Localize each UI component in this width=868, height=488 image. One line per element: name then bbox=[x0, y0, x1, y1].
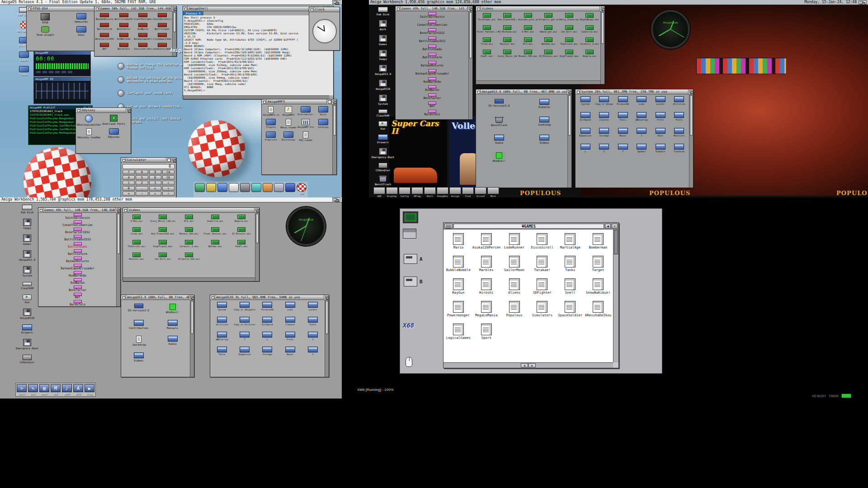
drawer-icon-item[interactable]: Fonts bbox=[211, 347, 233, 356]
game-icon[interactable]: Chocolate-Heretic-1.0.5 bbox=[134, 43, 152, 51]
video-file-icon[interactable]: Menace_320.avi bbox=[176, 227, 202, 235]
volume-icon-item[interactable]: Ram Disk bbox=[13, 205, 42, 214]
vertical-scrollbar[interactable] bbox=[332, 104, 336, 174]
drawer-icon-item[interactable]: Copy_of_Amiganium bbox=[234, 302, 255, 311]
calculator-key[interactable]: − bbox=[136, 192, 148, 196]
depth-gadget[interactable] bbox=[467, 6, 472, 11]
program-file-icon[interactable]: SnowNaKibun! bbox=[584, 278, 612, 295]
dock-item[interactable]: ▤ Unarc bbox=[39, 384, 49, 395]
volume-icon-item[interactable]: System bbox=[371, 94, 395, 105]
video-file-icon[interactable]: TheGrinch.avi bbox=[559, 38, 579, 46]
drawer-icon-item[interactable]: S bbox=[302, 332, 324, 341]
program-file-icon[interactable]: Populous bbox=[500, 301, 528, 317]
drawer-icon-item[interactable]: Update bbox=[633, 144, 651, 153]
calculator-key[interactable]: 9 bbox=[149, 170, 161, 174]
depth-gadget[interactable] bbox=[189, 295, 194, 300]
video-file-icon[interactable]: NightBengi.avi bbox=[580, 13, 600, 21]
drawer-icon-item[interactable]: C bbox=[633, 128, 651, 137]
file-icon[interactable]: BenchTrash bbox=[477, 117, 521, 127]
drawer-icon-item[interactable]: Classes bbox=[595, 112, 613, 122]
program-file-icon[interactable]: Tanks bbox=[556, 256, 584, 272]
dock-item[interactable]: Display bbox=[386, 187, 398, 197]
drawer-icon-item[interactable]: Storage bbox=[595, 128, 613, 137]
calculator-key[interactable]: ÷ bbox=[162, 192, 175, 196]
file-icon[interactable]: Junkshop bbox=[522, 117, 566, 127]
file-icon[interactable]: FAQ.readme bbox=[297, 131, 314, 142]
zoom-gadget[interactable] bbox=[326, 99, 331, 104]
dock-item[interactable]: > Shell bbox=[17, 384, 27, 395]
scroll-left-arrow[interactable]: ◀ bbox=[521, 363, 528, 367]
game-icon[interactable]: RedBaron bbox=[39, 278, 116, 286]
game-icon[interactable]: ConanTheCimmerian bbox=[134, 13, 152, 21]
close-button[interactable]: ✕ bbox=[612, 224, 618, 229]
drawer-icon-item[interactable]: Libs bbox=[279, 302, 301, 311]
game-icon[interactable]: RedBaronQe bbox=[396, 77, 468, 85]
calculator-key[interactable]: ± bbox=[149, 186, 161, 191]
file-icon[interactable]: OS-Version3.9 bbox=[477, 99, 521, 108]
game-icon[interactable]: RedBaron bbox=[396, 85, 468, 94]
drawer-icon-item[interactable]: Tools bbox=[614, 112, 632, 122]
video-file-icon[interactable]: HighTianqY.mov bbox=[150, 240, 175, 248]
program-file-icon[interactable]: SailorMoon bbox=[500, 256, 528, 272]
games-titlebar[interactable]: Games 49% full, 146.5GB free, 140.3GB in… bbox=[38, 208, 120, 213]
drawer-icon-item[interactable]: Expansion bbox=[576, 128, 594, 137]
volume-icon-item[interactable]: Games bbox=[13, 235, 42, 245]
file-icon[interactable]: Playlists bbox=[263, 131, 279, 142]
video-file-icon[interactable]: Jurassic_3.avi bbox=[580, 38, 600, 46]
calculator-titlebar[interactable]: Calculator bbox=[121, 158, 176, 163]
video-file-icon[interactable]: Final_Fantasi.avi bbox=[477, 25, 497, 33]
window-menu-button[interactable] bbox=[444, 224, 453, 229]
depth-gadget[interactable] bbox=[171, 6, 176, 11]
volume-icon-item[interactable]: ClearRAM bbox=[371, 109, 395, 117]
volume-icon-item[interactable]: Emergency-Boot bbox=[13, 339, 42, 350]
file-icon[interactable]: bios bbox=[64, 26, 99, 36]
videos-titlebar[interactable]: Videos bbox=[476, 6, 604, 11]
game-icon[interactable]: BenefactorCD32 bbox=[39, 228, 116, 235]
program-file-icon[interactable]: LodeRunner bbox=[500, 233, 528, 249]
calculator-key[interactable]: 5 bbox=[136, 175, 148, 180]
game-icon[interactable]: CinemawareGames bbox=[153, 33, 172, 41]
file-icon[interactable]: WhoBiel! bbox=[156, 304, 189, 314]
scroll-left-button[interactable]: ◀ bbox=[605, 224, 611, 229]
program-file-icon[interactable]: Target bbox=[584, 256, 612, 272]
video-file-icon[interactable]: 15_Minutes.avi bbox=[539, 50, 559, 58]
vertical-scrollbar[interactable] bbox=[567, 94, 571, 188]
file-icon[interactable]: AmigaAMP3.readme bbox=[263, 106, 279, 117]
file-icon[interactable]: Download Fonts bbox=[102, 115, 126, 126]
calculator-key[interactable]: 7 bbox=[123, 170, 135, 174]
file-icon[interactable]: Recordings bbox=[280, 131, 297, 142]
dock-item[interactable] bbox=[229, 183, 239, 192]
game-icon[interactable]: BardsTale bbox=[115, 43, 133, 51]
file-icon[interactable]: Skins bbox=[315, 106, 332, 117]
game-icon[interactable]: Saint&Greavsie bbox=[153, 13, 172, 21]
drawer-icon-item[interactable]: Rexxc bbox=[279, 347, 301, 356]
drawer-icon-item[interactable]: WBStartup bbox=[211, 332, 233, 341]
vertical-scrollbar[interactable] bbox=[600, 11, 604, 84]
file-icon[interactable]: FPSE bbox=[28, 13, 63, 24]
dock-item[interactable] bbox=[274, 183, 284, 192]
video-file-icon[interactable]: Jurassic_3.avi bbox=[176, 240, 202, 248]
video-file-icon[interactable]: Atlantia_320.avi bbox=[176, 253, 202, 261]
program-file-icon[interactable]: Marbles bbox=[472, 256, 500, 272]
game-icon[interactable]: Saint&Greavsie bbox=[396, 12, 468, 20]
dock-item[interactable] bbox=[217, 183, 227, 192]
dock-item[interactable]: SnoopDos bbox=[437, 187, 448, 197]
calculator-key[interactable]: . bbox=[136, 186, 148, 191]
game-icon[interactable]: Battlestorm bbox=[95, 23, 114, 31]
depth-gadget[interactable] bbox=[688, 89, 693, 94]
wb-light-titlebar[interactable]: Amiga Workbench 1,565,784 graphics mem 1… bbox=[0, 197, 342, 202]
control-panel-icon[interactable] bbox=[403, 229, 416, 239]
close-gadget[interactable] bbox=[94, 6, 99, 11]
video-file-icon[interactable]: X-Men.avi bbox=[124, 215, 149, 223]
game-icon[interactable]: BardsTale bbox=[39, 300, 116, 306]
dock-item[interactable]: More bbox=[487, 187, 499, 197]
drawer-icon-item[interactable]: Utilities bbox=[211, 317, 233, 326]
program-file-icon[interactable]: RayGun bbox=[444, 278, 472, 295]
program-file-icon[interactable]: Simulators bbox=[528, 301, 556, 317]
game-icon[interactable]: Battletoads bbox=[396, 45, 468, 53]
video-file-icon[interactable]: Xmen2_pal.avi bbox=[539, 25, 559, 33]
drawer-icon-item[interactable]: Fonts bbox=[670, 112, 689, 122]
x68-window-titlebar[interactable]: ¥GAMES ◀ ✕ bbox=[443, 223, 618, 230]
program-file-icon[interactable]: SDFighter bbox=[528, 278, 556, 295]
video-file-icon[interactable]: Negela.avi bbox=[580, 50, 600, 58]
